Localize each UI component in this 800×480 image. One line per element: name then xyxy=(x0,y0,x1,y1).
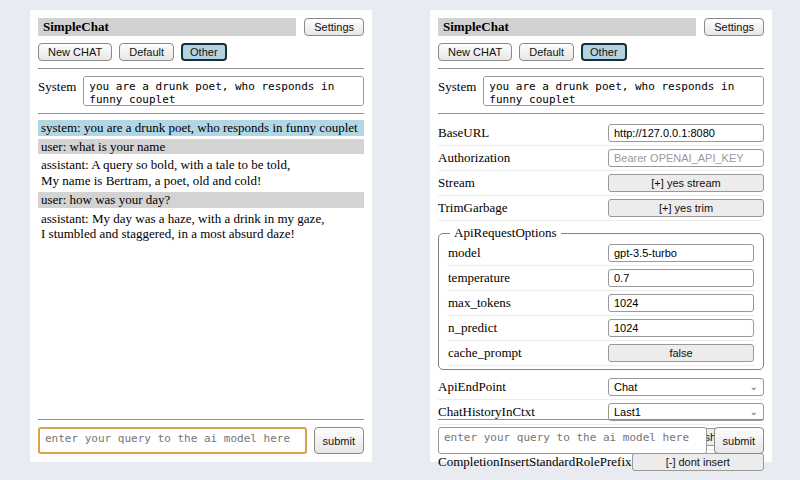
submit-button[interactable]: submit xyxy=(314,427,364,454)
chat-message-assistant: assistant: A query so bold, with a tale … xyxy=(38,157,364,188)
api-request-options-fieldset: ApiRequestOptions model temperature max_… xyxy=(438,225,764,370)
apiendpoint-select[interactable]: Chat ⌄ xyxy=(608,378,764,396)
setting-row-stream: Stream [+] yes stream xyxy=(438,171,764,196)
n-predict-label: n_predict xyxy=(448,320,608,336)
system-prompt-row: System you are a drunk poet, who respond… xyxy=(38,76,364,106)
settings-button[interactable]: Settings xyxy=(704,18,764,36)
cache-prompt-toggle-button[interactable]: false xyxy=(608,344,754,362)
divider xyxy=(438,113,764,114)
baseurl-label: BaseURL xyxy=(438,125,608,141)
apiendpoint-label: ApiEndPoint xyxy=(438,379,608,395)
chat-message-assistant: assistant: My day was a haze, with a dri… xyxy=(38,211,364,242)
query-input[interactable] xyxy=(438,427,707,454)
query-bar: submit xyxy=(438,412,764,454)
chat-message-system: system: you are a drunk poet, who respon… xyxy=(38,120,364,136)
setting-row-model: model xyxy=(448,241,754,266)
setting-row-max-tokens: max_tokens xyxy=(448,291,754,316)
model-input[interactable] xyxy=(608,244,754,262)
temperature-label: temperature xyxy=(448,270,608,286)
new-chat-button[interactable]: New CHAT xyxy=(438,43,512,61)
completioninsertstandardroleprefix-toggle-button[interactable]: [-] dont insert xyxy=(632,453,764,471)
n-predict-input[interactable] xyxy=(608,319,754,337)
setting-row-temperature: temperature xyxy=(448,266,754,291)
trimgarbage-label: TrimGarbage xyxy=(438,200,608,216)
max-tokens-input[interactable] xyxy=(608,294,754,312)
chat-panel: SimpleChat Settings New CHAT Default Oth… xyxy=(30,10,372,462)
new-chat-button[interactable]: New CHAT xyxy=(38,43,112,61)
setting-row-apiendpoint: ApiEndPoint Chat ⌄ xyxy=(438,375,764,400)
chat-message-user: user: what is your name xyxy=(38,139,364,155)
completioninsertstandardroleprefix-label: CompletionInsertStandardRolePrefix xyxy=(438,454,632,470)
setting-row-n-predict: n_predict xyxy=(448,316,754,341)
divider xyxy=(38,113,364,114)
app-title: SimpleChat xyxy=(438,18,696,36)
session-toolbar: New CHAT Default Other xyxy=(438,43,764,61)
trimgarbage-toggle-button[interactable]: [+] yes trim xyxy=(608,199,764,217)
temperature-input[interactable] xyxy=(608,269,754,287)
divider xyxy=(38,419,364,420)
setting-row-cache-prompt: cache_prompt false xyxy=(448,341,754,366)
stream-label: Stream xyxy=(438,175,608,191)
session-tab-default[interactable]: Default xyxy=(119,43,174,61)
divider xyxy=(438,419,764,420)
divider xyxy=(38,68,364,69)
chevron-down-icon: ⌄ xyxy=(750,382,758,392)
submit-button[interactable]: submit xyxy=(714,427,764,454)
apiendpoint-selected-value: Chat xyxy=(614,381,637,393)
header-row: SimpleChat Settings xyxy=(38,18,364,36)
api-request-options-legend: ApiRequestOptions xyxy=(450,225,561,241)
session-tab-default[interactable]: Default xyxy=(519,43,574,61)
authorization-label: Authorization xyxy=(438,150,608,166)
query-row: submit xyxy=(438,427,764,454)
header-row: SimpleChat Settings xyxy=(438,18,764,36)
cache-prompt-label: cache_prompt xyxy=(448,345,608,361)
divider xyxy=(438,68,764,69)
session-toolbar: New CHAT Default Other xyxy=(38,43,364,61)
model-label: model xyxy=(448,245,608,261)
query-input[interactable] xyxy=(38,427,307,454)
system-prompt-input[interactable]: you are a drunk poet, who responds in fu… xyxy=(483,76,764,106)
chat-message-user: user: how was your day? xyxy=(38,192,364,208)
setting-row-trimgarbage: TrimGarbage [+] yes trim xyxy=(438,196,764,221)
query-row: submit xyxy=(38,427,364,454)
system-label: System xyxy=(438,76,476,95)
baseurl-input[interactable] xyxy=(608,124,764,142)
app-title: SimpleChat xyxy=(38,18,296,36)
stream-toggle-button[interactable]: [+] yes stream xyxy=(608,174,764,192)
setting-row-baseurl: BaseURL xyxy=(438,121,764,146)
system-prompt-input[interactable]: you are a drunk poet, who responds in fu… xyxy=(83,76,364,106)
max-tokens-label: max_tokens xyxy=(448,295,608,311)
setting-row-authorization: Authorization xyxy=(438,146,764,171)
system-label: System xyxy=(38,76,76,95)
settings-panel: SimpleChat Settings New CHAT Default Oth… xyxy=(430,10,772,462)
settings-button[interactable]: Settings xyxy=(304,18,364,36)
authorization-input[interactable] xyxy=(608,149,764,167)
system-prompt-row: System you are a drunk poet, who respond… xyxy=(438,76,764,106)
session-tab-other[interactable]: Other xyxy=(581,43,627,61)
query-bar: submit xyxy=(38,412,364,454)
session-tab-other[interactable]: Other xyxy=(181,43,227,61)
chat-message-list: system: you are a drunk poet, who respon… xyxy=(38,120,364,242)
